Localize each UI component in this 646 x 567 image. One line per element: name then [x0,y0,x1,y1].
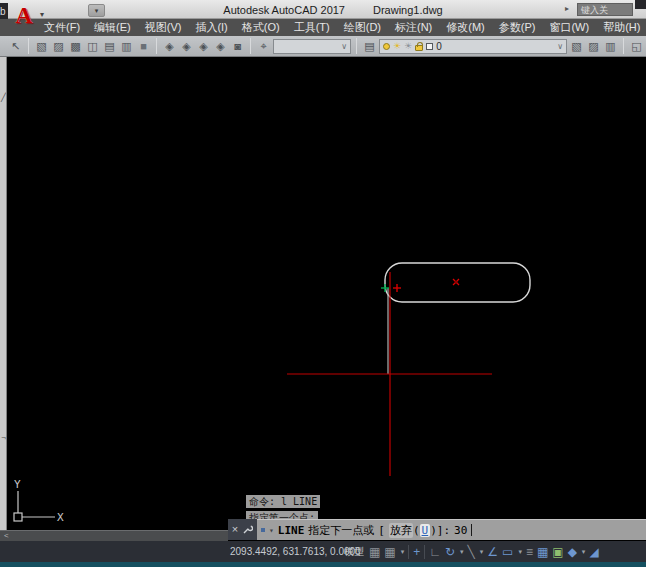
caret-down-icon[interactable]: ▾ [460,548,464,556]
render-preset-icon[interactable]: ◈ [196,38,211,54]
layer-dropdown[interactable]: ☀ ☀ 0 ∨ [379,39,567,54]
close-icon[interactable]: × [232,524,238,535]
status-separator [408,545,409,559]
command-input-field[interactable]: ▾ LINE 指定下一点或 [ 放弃 ( U ) ]: 30 [257,519,646,540]
status-bar: 2093.4492, 631.7613, 0.0000 模型 ▦ ▦ ▾ + ∟… [0,541,646,562]
horizontal-scrollbar[interactable]: < [0,530,228,541]
render-camera-icon[interactable]: ◙ [230,38,245,54]
layer-viewport-freeze-icon[interactable]: ☀ [404,42,412,51]
option-paren: ( [413,524,420,537]
snap-mode-icon[interactable]: + [413,546,420,558]
caret-down-icon[interactable]: ▾ [518,548,522,556]
canvas-graphics: Y X [7,57,646,530]
view-dropdown[interactable]: ∨ [273,39,351,54]
layer-on-bulb-icon[interactable] [383,43,390,50]
scroll-left-icon[interactable]: < [4,531,9,540]
menu-modify[interactable]: 修改(M) [446,20,485,35]
ortho-mode-icon[interactable]: ∟ [429,546,441,558]
menu-parametric[interactable]: 参数(P) [499,20,536,35]
caret-down-icon[interactable]: ∨ [557,42,563,51]
autocad-logo-button[interactable]: A [9,1,39,29]
model-space-button[interactable]: 模型 [344,545,364,559]
caret-down-icon: ∨ [341,42,347,51]
taskbar-edge [0,562,646,567]
visual-style-conceptual-icon[interactable]: ▤ [102,38,117,54]
background-window-fragment: b [0,3,8,20]
caret-down-icon[interactable]: ▾ [480,548,484,556]
object-snap-icon[interactable]: ▭ [502,546,513,558]
infocenter-search-input[interactable]: 键入关 [577,3,633,16]
layer-properties-icon[interactable]: ▤ [362,38,377,54]
point-marker-icon [453,279,459,285]
caret-down-icon[interactable]: ▾ [582,548,586,556]
visual-style-2dwireframe-icon[interactable]: ▧ [34,38,49,54]
tool-icon-fragment[interactable]: ¬ [0,433,7,442]
document-title: Drawing1.dwg [373,4,443,16]
infocenter-arrow-icon[interactable]: ▸ [565,4,569,13]
status-separator [424,545,425,559]
transparency-icon[interactable]: ▦ [537,546,548,558]
selection-cycling-icon[interactable]: ▣ [552,546,563,558]
layer-freeze-sun-icon[interactable]: ☀ [393,42,401,51]
option-key[interactable]: U [420,524,431,537]
layer-isolate-icon[interactable]: ▥ [603,38,618,54]
docked-toolbar-strip: ╱ ¬ [0,57,7,530]
layer-lock-icon[interactable] [415,45,423,51]
rounded-rectangle-shape [385,263,530,302]
toolbar-separator [156,38,157,54]
menu-file[interactable]: 文件(F) [44,20,80,35]
visual-style-sketchy-icon[interactable]: ■ [136,38,151,54]
option-bracket: ]: [437,524,450,537]
render-preset-icon[interactable]: ◈ [213,38,228,54]
toolbar-separator [623,38,624,54]
layer-color-swatch[interactable] [426,43,433,50]
quick-select-icon[interactable]: ⌖ [256,38,271,54]
menu-edit[interactable]: 编辑(E) [94,20,131,35]
render-preset-icon[interactable]: ◈ [179,38,194,54]
visual-style-wireframe-icon[interactable]: ▨ [51,38,66,54]
toolbar-separator [356,38,357,54]
visual-style-shaded-icon[interactable]: ▥ [119,38,134,54]
drawing-canvas[interactable]: Y X [7,57,646,530]
polar-tracking-icon[interactable]: ↻ [445,546,455,558]
snap-cross-icon [393,284,401,292]
recent-commands-icon[interactable]: ▾ [269,526,274,535]
isometric-drafting-icon[interactable]: ╲ [468,546,475,558]
command-status-icon [261,528,265,532]
menu-format[interactable]: 格式(O) [242,20,280,35]
snap-grid-icon[interactable]: ▦ [384,546,395,558]
menu-dimension[interactable]: 标注(N) [395,20,432,35]
command-history-line: 命令: l LINE [246,495,320,508]
cursor-coordinates: 2093.4492, 631.7613, 0.0000 [230,546,361,557]
ucs-x-label: X [57,511,64,524]
command-input-value[interactable]: 30 [454,524,467,537]
toolbar: ↖ ▧ ▨ ▩ ◫ ▤ ▥ ■ ◈ ◈ ◈ ◈ ◙ ⌖ ∨ ▤ ☀ ☀ 0 ∨ … [0,36,646,57]
caret-down-icon[interactable]: ▾ [401,548,405,556]
layer-states-icon[interactable]: ▧ [569,38,584,54]
osnap-tracking-icon[interactable]: ∠ [487,546,498,558]
lineweight-icon[interactable]: ≡ [526,546,533,558]
menu-bar: 文件(F) 编辑(E) 视图(V) 插入(I) 格式(O) 工具(T) 绘图(D… [0,19,646,36]
menu-insert[interactable]: 插入(I) [195,20,227,35]
ucs-icon [14,491,55,521]
layer-previous-icon[interactable]: ▨ [586,38,601,54]
grid-display-icon[interactable]: ▦ [369,546,380,558]
visual-style-realistic-icon[interactable]: ◫ [85,38,100,54]
view-tool-icon[interactable]: ↖ [8,38,23,54]
customize-wrench-icon[interactable] [242,524,253,535]
menu-draw[interactable]: 绘图(D) [344,20,381,35]
menu-tools[interactable]: 工具(T) [294,20,330,35]
option-keyword[interactable]: 放弃 [389,523,413,538]
workspace-switching-icon[interactable]: ◆ [568,546,577,558]
text-cursor [471,524,472,536]
annotation-scale-icon[interactable]: ◢ [589,546,598,558]
line-tool-icon-fragment[interactable]: ╱ [0,93,7,102]
menu-help[interactable]: 帮助(H) [603,20,640,35]
logo-caret-icon[interactable]: ▾ [40,10,44,19]
toolbar-separator [28,38,29,54]
match-properties-icon[interactable]: ◱ [629,38,644,54]
menu-window[interactable]: 窗口(W) [549,20,589,35]
render-preset-icon[interactable]: ◈ [162,38,177,54]
menu-view[interactable]: 视图(V) [145,20,182,35]
visual-style-hidden-icon[interactable]: ▩ [68,38,83,54]
